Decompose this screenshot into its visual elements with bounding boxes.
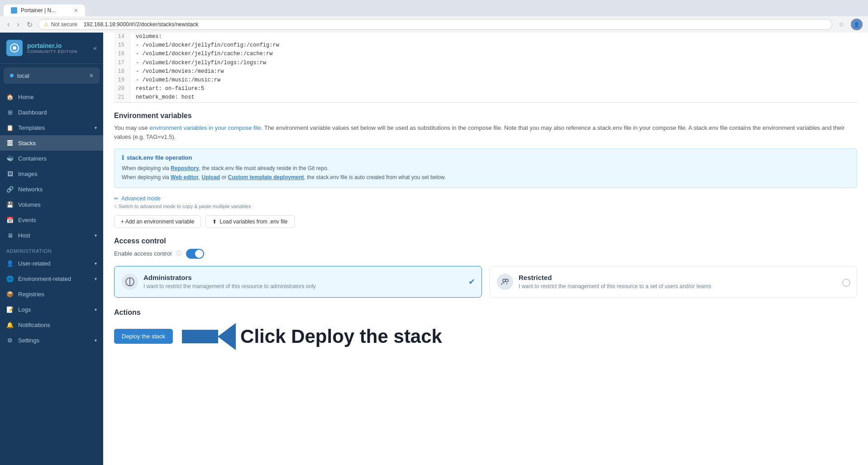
images-icon: 🖼 <box>6 170 14 177</box>
env-status-dot <box>10 74 14 77</box>
sidebar-item-volumes[interactable]: 💾 Volumes <box>0 197 103 212</box>
line-number: 21 <box>114 93 130 102</box>
upload-link[interactable]: Upload <box>202 174 220 180</box>
sidebar-item-containers[interactable]: 🐳 Containers <box>0 151 103 166</box>
sidebar-nav: 🏠 Home ⊞ Dashboard 📋 Templates ▾ Stacks … <box>0 87 103 465</box>
arrow-graphic <box>182 323 236 350</box>
sidebar-item-templates[interactable]: 📋 Templates ▾ <box>0 120 103 135</box>
line-content: - /volume1/music:/music:rw <box>130 76 857 85</box>
volumes-icon: 💾 <box>6 201 14 208</box>
sidebar-item-networks-label: Networks <box>18 186 43 193</box>
env-btn-group: + Add an environment variable ⬆ Load var… <box>114 215 857 228</box>
env-desc-before: You may use <box>114 124 149 131</box>
user-related-icon: 👤 <box>6 260 14 267</box>
load-env-file-button[interactable]: ⬆ Load variables from .env file <box>205 215 294 228</box>
environment-selector[interactable]: local × <box>4 67 100 84</box>
address-bar[interactable]: ⚠ Not secure 192.168.1.18:9000/#!/2/dock… <box>38 19 832 30</box>
info-box-title: ℹ stack.env file operation <box>122 154 849 161</box>
code-editor[interactable]: 14volumes:15 - /volume1/docker/jellyfin/… <box>114 33 857 103</box>
code-line: 15 - /volume1/docker/jellyfin/config:/co… <box>114 41 857 50</box>
deploy-stack-button[interactable]: Deploy the stack <box>114 329 173 344</box>
access-card-administrators[interactable]: Administrators I want to restrict the ma… <box>114 266 482 298</box>
security-label: Not secure <box>51 21 77 28</box>
profile-button[interactable]: 👤 <box>851 19 863 30</box>
access-toggle-row: Enable access control ⓘ <box>114 249 857 259</box>
browser-tab[interactable]: Portainer | N... ✕ <box>4 5 85 16</box>
sidebar-item-templates-label: Templates <box>18 124 45 131</box>
sidebar-item-home-label: Home <box>18 94 34 100</box>
settings-arrow-icon: ▾ <box>95 338 97 343</box>
reload-button[interactable]: ↻ <box>25 19 34 30</box>
back-button[interactable]: ‹ <box>5 19 11 29</box>
restricted-radio-button[interactable] <box>842 279 850 287</box>
info-icon: ℹ <box>122 154 124 161</box>
sidebar-item-stacks[interactable]: Stacks <box>0 135 103 151</box>
repo-link[interactable]: Repository <box>171 165 199 171</box>
access-card-restricted[interactable]: Restricted I want to restrict the manage… <box>489 266 857 298</box>
tab-close-button[interactable]: ✕ <box>74 8 78 14</box>
containers-icon: 🐳 <box>6 155 14 162</box>
sidebar-logo: portainer.io COMMUNITY EDITION « <box>0 33 103 64</box>
sidebar-item-dashboard-label: Dashboard <box>18 109 47 116</box>
sidebar-item-host[interactable]: 🖥 Host ▾ <box>0 228 103 243</box>
restricted-card-content: Restricted I want to restrict the manage… <box>519 274 711 289</box>
access-control-toggle[interactable] <box>186 249 204 259</box>
forward-button[interactable]: › <box>15 19 21 29</box>
env-compose-link[interactable]: environment variables in your compose fi… <box>149 124 261 131</box>
arrow-head <box>218 323 236 350</box>
sidebar-item-settings[interactable]: ⚙ Settings ▾ <box>0 332 103 348</box>
sidebar-item-environment-related[interactable]: 🌐 Environment-related ▾ <box>0 271 103 286</box>
advanced-mode-toggle[interactable]: ✏ Advanced mode <box>114 195 857 202</box>
svg-rect-3 <box>7 142 13 144</box>
line-number: 19 <box>114 76 130 85</box>
restricted-title: Restricted <box>519 274 711 281</box>
registries-icon: 📦 <box>6 290 14 298</box>
sidebar-item-logs-label: Logs <box>18 306 31 313</box>
svg-point-7 <box>503 279 506 282</box>
logo-icon <box>6 40 23 56</box>
administrators-title: Administrators <box>143 274 316 281</box>
sidebar-item-notifications[interactable]: 🔔 Notifications <box>0 317 103 332</box>
logs-arrow-icon: ▾ <box>95 307 97 312</box>
env-close-button[interactable]: × <box>90 72 93 79</box>
sidebar-item-volumes-label: Volumes <box>18 201 41 208</box>
dashboard-icon: ⊞ <box>6 109 14 116</box>
code-line: 17 - /volume1/docker/jellyfin/logs:/logs… <box>114 59 857 67</box>
actions-section: Actions Deploy the stack Click Deploy th… <box>114 308 857 350</box>
sidebar-item-registries-label: Registries <box>18 291 44 298</box>
host-arrow-icon: ▾ <box>95 233 97 238</box>
sidebar-collapse-button[interactable]: « <box>93 44 97 52</box>
sidebar-item-images-label: Images <box>18 171 38 177</box>
sidebar-item-dashboard[interactable]: ⊞ Dashboard <box>0 104 103 120</box>
sidebar-item-notifications-label: Notifications <box>18 322 50 328</box>
home-icon: 🏠 <box>6 93 14 100</box>
help-icon: ⓘ <box>176 250 181 257</box>
environment-related-icon: 🌐 <box>6 275 14 282</box>
advanced-mode-subtitle: ○ Switch to advanced mode to copy & past… <box>114 204 857 209</box>
line-content: restart: on-failure:5 <box>130 85 857 93</box>
restricted-desc: I want to restrict the management of thi… <box>519 283 711 289</box>
administrators-check-icon: ✔ <box>468 277 475 287</box>
sidebar-item-home[interactable]: 🏠 Home <box>0 89 103 104</box>
bookmark-button[interactable]: ☆ <box>836 20 847 29</box>
logo-text: portainer.io COMMUNITY EDITION <box>27 42 77 54</box>
advanced-mode-label: Advanced mode <box>121 195 161 202</box>
sidebar-item-registries[interactable]: 📦 Registries <box>0 286 103 302</box>
sidebar-item-events[interactable]: 📅 Events <box>0 212 103 228</box>
web-editor-link[interactable]: Web editor <box>171 174 199 180</box>
host-icon: 🖥 <box>6 232 14 239</box>
custom-template-link[interactable]: Custom template deployment <box>228 174 304 180</box>
sidebar-item-networks[interactable]: 🔗 Networks <box>0 181 103 197</box>
networks-icon: 🔗 <box>6 185 14 193</box>
sidebar-item-user-related[interactable]: 👤 User-related ▾ <box>0 256 103 271</box>
sidebar-item-logs[interactable]: 📝 Logs ▾ <box>0 302 103 317</box>
line-content: - /volume1/docker/jellyfin/config:/confi… <box>130 41 857 50</box>
sidebar-item-events-label: Events <box>18 217 36 223</box>
sidebar-item-images[interactable]: 🖼 Images <box>0 166 103 181</box>
browser-toolbar: ‹ › ↻ ⚠ Not secure 192.168.1.18:9000/#!/… <box>0 16 868 33</box>
add-env-variable-button[interactable]: + Add an environment variable <box>114 215 201 228</box>
tab-favicon <box>11 7 17 14</box>
edit-icon: ✏ <box>114 195 119 202</box>
line-content: volumes: <box>130 33 857 41</box>
svg-point-1 <box>13 46 16 50</box>
